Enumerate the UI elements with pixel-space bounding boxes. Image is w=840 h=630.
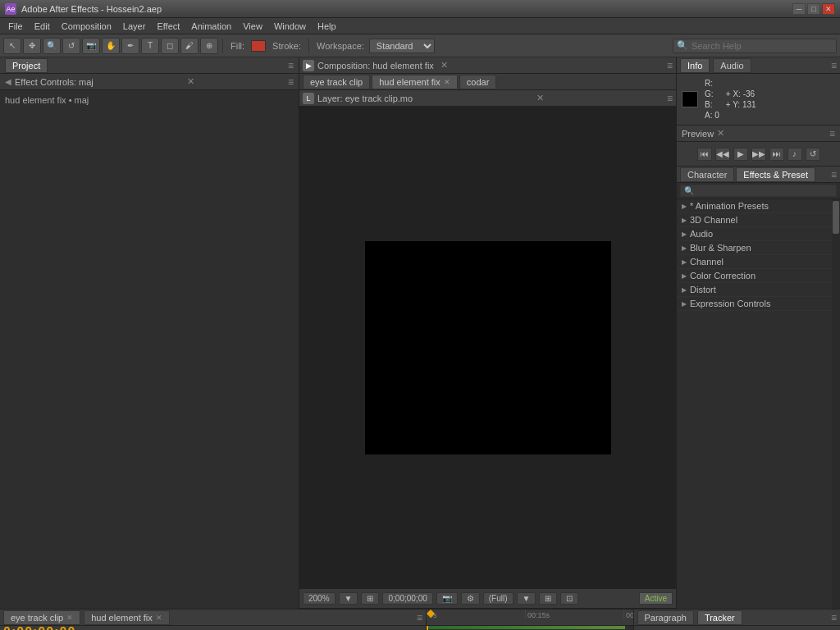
tool-shape[interactable]: ◻ (161, 38, 179, 54)
fill-color-box[interactable] (251, 40, 266, 52)
prev-back[interactable]: ◀◀ (715, 148, 730, 161)
effect-group-channel[interactable]: ▶ Channel (677, 255, 832, 269)
menu-window[interactable]: Window (269, 20, 311, 33)
tool-text[interactable]: T (141, 38, 159, 54)
effect-controls-menu[interactable]: ≡ (288, 76, 294, 88)
maximize-button[interactable]: □ (807, 3, 820, 15)
project-panel-menu[interactable]: ≡ (288, 60, 294, 71)
menu-edit[interactable]: Edit (30, 20, 55, 33)
prev-play[interactable]: ▶ (733, 148, 748, 161)
info-a: A: 0 (705, 111, 719, 120)
tracker-panel-menu[interactable]: ≡ (831, 612, 837, 623)
keyframe-bar (427, 626, 625, 629)
preview-close[interactable]: ✕ (717, 128, 724, 139)
tab-character[interactable]: Character (680, 167, 734, 182)
tab-project[interactable]: Project (5, 58, 48, 73)
tool-pen[interactable]: ✒ (121, 38, 139, 54)
tl-tab-eye-track[interactable]: eye track clip ✕ (3, 610, 80, 625)
info-panel-menu[interactable]: ≡ (831, 60, 837, 71)
info-xy-values: + X: -36 + Y: 131 (726, 89, 756, 109)
tool-clone[interactable]: ⊕ (200, 38, 218, 54)
tool-camera[interactable]: 📷 (82, 38, 100, 54)
effects-search-input[interactable] (680, 185, 837, 197)
prev-first[interactable]: ⏮ (697, 148, 712, 161)
layer-panel-menu[interactable]: ≡ (667, 93, 673, 104)
search-input[interactable] (692, 41, 833, 51)
comp-tab-hud[interactable]: hud element fix ✕ (372, 75, 458, 89)
effect-controls-close[interactable]: ✕ (187, 76, 194, 87)
toolbar-separator (222, 39, 223, 53)
tab-info[interactable]: Info (680, 58, 710, 73)
layer-close[interactable]: ✕ (536, 93, 544, 103)
view-settings[interactable]: ⚙ (461, 592, 480, 605)
tab-paragraph[interactable]: Paragraph (637, 610, 694, 625)
effects-search[interactable] (677, 183, 840, 199)
timeline-tabs: eye track clip ✕ hud element fix ✕ ≡ (0, 609, 426, 626)
effect-group-label-5: Color Correction (690, 271, 756, 281)
effect-controls-label: Effect Controls: maj (15, 77, 94, 87)
preview-menu[interactable]: ≡ (829, 128, 835, 139)
prev-last[interactable]: ⏭ (769, 148, 784, 161)
view-toggle-2[interactable]: ⊡ (560, 592, 578, 605)
timeline-panel-menu[interactable]: ≡ (417, 612, 422, 623)
effect-group-3d[interactable]: ▶ 3D Channel (677, 213, 832, 227)
effect-group-animation[interactable]: ▶ * Animation Presets (677, 199, 832, 213)
close-button[interactable]: ✕ (822, 3, 835, 15)
tab-effects-preset[interactable]: Effects & Preset (736, 167, 815, 182)
tab-audio[interactable]: Audio (713, 58, 751, 73)
tool-rotate[interactable]: ↺ (62, 38, 80, 54)
prev-fwd[interactable]: ▶▶ (751, 148, 766, 161)
effect-group-expression[interactable]: ▶ Expression Controls (677, 297, 832, 311)
timecode-display[interactable]: 0;00;00;00 (382, 592, 432, 605)
tool-pan[interactable]: ✋ (102, 38, 120, 54)
pixel-ratio[interactable]: ⊞ (361, 592, 379, 605)
menu-file[interactable]: File (3, 20, 28, 33)
effect-group-distort[interactable]: ▶ Distort (677, 283, 832, 297)
workspace-select[interactable]: Standard (369, 39, 435, 53)
prev-loop[interactable]: ↺ (806, 148, 820, 161)
info-b: B: (705, 100, 719, 109)
menu-view[interactable]: View (238, 20, 267, 33)
effects-panel-menu[interactable]: ≡ (831, 169, 837, 180)
zoom-select[interactable]: 200% (303, 592, 336, 605)
view-toggle-1[interactable]: ⊞ (539, 592, 557, 605)
effect-group-blur[interactable]: ▶ Blur & Sharpen (677, 241, 832, 255)
menu-effect[interactable]: Effect (152, 20, 185, 33)
camera-icon[interactable]: 📷 (436, 592, 458, 605)
zoom-dropdown[interactable]: ▼ (339, 592, 358, 605)
tl-tab-close-0[interactable]: ✕ (66, 614, 73, 622)
tool-move[interactable]: ✥ (23, 38, 41, 54)
search-bar[interactable]: 🔍 (673, 39, 837, 53)
color-preview (682, 91, 698, 107)
effect-group-label-7: Expression Controls (690, 299, 770, 308)
menu-composition[interactable]: Composition (57, 20, 116, 33)
menu-animation[interactable]: Animation (186, 20, 236, 33)
comp-tab-codar[interactable]: codar (459, 75, 497, 89)
menu-layer[interactable]: Layer (118, 20, 151, 33)
tl-tab-hud[interactable]: hud element fix ✕ (84, 610, 170, 625)
comp-close[interactable]: ✕ (441, 60, 448, 71)
active-badge[interactable]: Active (639, 592, 673, 605)
minimize-button[interactable]: ─ (792, 3, 806, 15)
search-icon: 🔍 (677, 40, 688, 51)
comp-tab-close-1[interactable]: ✕ (444, 78, 450, 86)
tab-tracker[interactable]: Tracker (697, 610, 742, 625)
layer-icon: L (303, 93, 314, 104)
preview-header: Preview ✕ ≡ (677, 126, 840, 142)
fill-label: Fill: (227, 41, 248, 51)
effects-scrollbar[interactable] (832, 199, 840, 609)
prev-audio[interactable]: ♪ (788, 148, 802, 161)
comp-panel-menu[interactable]: ≡ (667, 60, 673, 71)
quality-select[interactable]: (Full) (483, 592, 514, 605)
menu-help[interactable]: Help (313, 20, 341, 33)
tool-zoom[interactable]: 🔍 (43, 38, 61, 54)
effect-group-audio[interactable]: ▶ Audio (677, 227, 832, 241)
quality-dropdown[interactable]: ▼ (517, 592, 536, 605)
tool-brush[interactable]: 🖌 (180, 38, 199, 54)
comp-tab-eye-track[interactable]: eye track clip (303, 75, 370, 89)
effect-group-color[interactable]: ▶ Color Correction (677, 269, 832, 283)
tl-tab-close-1[interactable]: ✕ (156, 614, 162, 622)
tracker-panel: Paragraph Tracker ≡ Track Camera Warp St… (633, 609, 841, 630)
viewer-area (299, 107, 676, 589)
tool-select[interactable]: ↖ (3, 38, 21, 54)
